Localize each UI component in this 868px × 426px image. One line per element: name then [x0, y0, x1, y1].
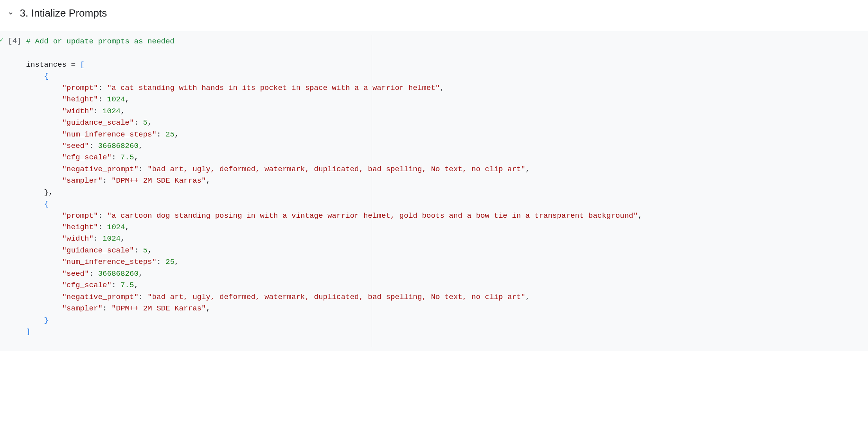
exec-count: [4] — [8, 37, 21, 45]
chevron-down-icon[interactable] — [8, 11, 13, 16]
cell-gutter: [4] — [0, 35, 24, 338]
section-header: 3. Intialize Prompts — [0, 0, 868, 25]
code-editor[interactable]: # Add or update prompts as needed instan… — [24, 35, 642, 338]
check-icon: ✓ — [0, 37, 4, 43]
section-title: 3. Intialize Prompts — [20, 7, 107, 19]
code-cell[interactable]: ✓ [4] # Add or update prompts as needed … — [0, 31, 868, 351]
